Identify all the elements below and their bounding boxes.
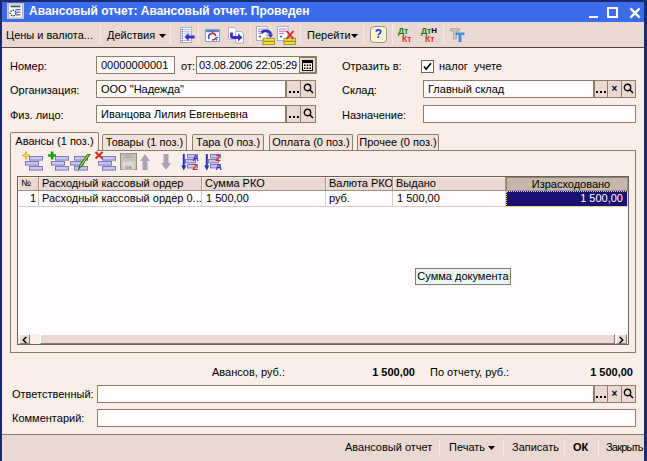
svg-text:Z: Z bbox=[193, 162, 198, 172]
svg-text:A: A bbox=[216, 162, 222, 172]
svg-text:ок: ок bbox=[125, 164, 132, 170]
